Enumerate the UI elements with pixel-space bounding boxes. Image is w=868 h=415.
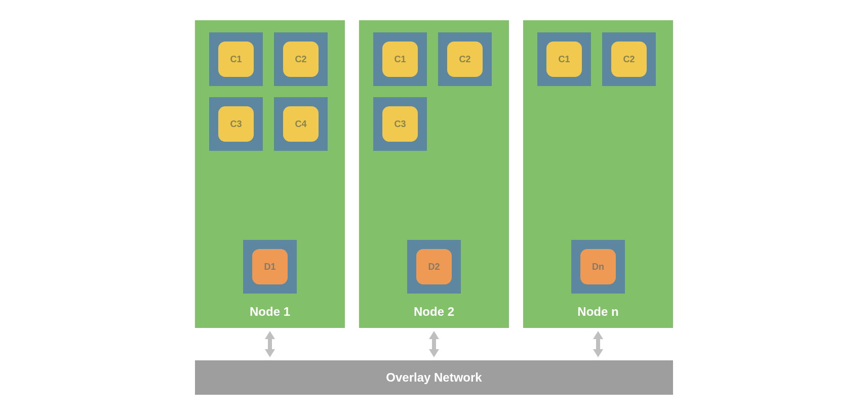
container-box: C3 (209, 97, 263, 151)
daemon-label: D2 (416, 249, 452, 284)
cluster-diagram: C1 C2 C3 C4 D1 Node 1 (195, 20, 673, 395)
node-1-label: Node 1 (195, 305, 345, 319)
container-label: C1 (218, 42, 254, 77)
node-2-label: Node 2 (359, 305, 509, 319)
daemon-box: D2 (407, 240, 461, 294)
node-2: C1 C2 C3 D2 Node 2 (359, 20, 509, 328)
container-box: C2 (438, 32, 492, 86)
container-label: C2 (447, 42, 483, 77)
container-label: C4 (283, 106, 319, 142)
double-arrow-icon (426, 330, 442, 358)
container-label: C2 (611, 42, 647, 77)
arrows-row (195, 330, 673, 358)
node-1: C1 C2 C3 C4 D1 Node 1 (195, 20, 345, 328)
container-box: C1 (373, 32, 427, 86)
container-label: C3 (382, 106, 418, 142)
daemon-box: D1 (243, 240, 297, 294)
container-label: C3 (218, 106, 254, 142)
overlay-network-label: Overlay Network (386, 370, 482, 385)
node-n-daemon: Dn (523, 240, 673, 294)
container-label: C1 (382, 42, 418, 77)
daemon-label: D1 (252, 249, 288, 284)
overlay-network-bar: Overlay Network (195, 360, 673, 395)
container-box: C1 (209, 32, 263, 86)
nodes-row: C1 C2 C3 C4 D1 Node 1 (195, 20, 673, 328)
container-box: C2 (274, 32, 328, 86)
arrow-slot (195, 330, 345, 358)
double-arrow-icon (262, 330, 278, 358)
arrow-slot (359, 330, 509, 358)
node-2-containers: C1 C2 C3 (373, 32, 495, 151)
node-n-containers: C1 C2 (537, 32, 659, 86)
container-label: C1 (546, 42, 582, 77)
container-box: C4 (274, 97, 328, 151)
double-arrow-icon (590, 330, 606, 358)
daemon-box: Dn (571, 240, 625, 294)
node-1-containers: C1 C2 C3 C4 (209, 32, 331, 151)
node-1-daemon: D1 (195, 240, 345, 294)
daemon-label: Dn (580, 249, 616, 284)
node-n: C1 C2 Dn Node n (523, 20, 673, 328)
container-box: C3 (373, 97, 427, 151)
container-label: C2 (283, 42, 319, 77)
node-n-label: Node n (523, 305, 673, 319)
container-box: C2 (602, 32, 656, 86)
arrow-slot (523, 330, 673, 358)
container-box: C1 (537, 32, 591, 86)
node-2-daemon: D2 (359, 240, 509, 294)
